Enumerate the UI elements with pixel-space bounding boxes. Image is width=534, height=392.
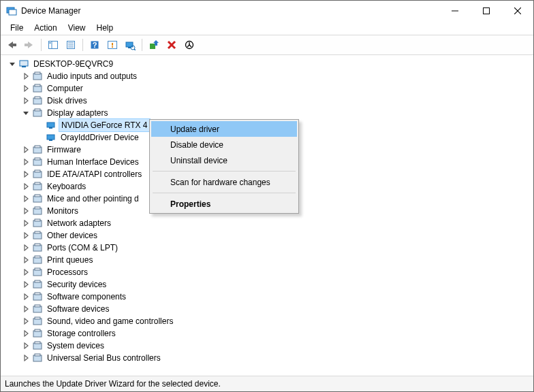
svg-rect-46 <box>35 158 40 160</box>
context-menu-item[interactable]: Update driver <box>151 121 297 137</box>
svg-rect-54 <box>35 207 40 209</box>
action-center-button[interactable] <box>104 37 121 53</box>
tree-item[interactable]: Disk drives <box>21 95 533 107</box>
menu-view[interactable]: View <box>63 22 91 34</box>
show-hide-tree-button[interactable] <box>45 37 61 53</box>
computer-icon <box>18 59 29 69</box>
update-driver-button[interactable] <box>146 37 162 53</box>
disable-button[interactable] <box>181 37 198 53</box>
expand-icon[interactable] <box>21 267 31 277</box>
menu-help[interactable]: Help <box>91 22 119 34</box>
expand-icon[interactable] <box>21 71 31 81</box>
expand-icon[interactable] <box>21 194 31 203</box>
tree-item[interactable]: Display adapters <box>21 107 533 119</box>
svg-rect-39 <box>47 122 54 127</box>
properties-button[interactable] <box>63 37 79 53</box>
expand-icon[interactable] <box>21 304 31 314</box>
expand-icon[interactable] <box>21 292 31 301</box>
expand-icon[interactable] <box>21 353 31 363</box>
expand-icon[interactable] <box>21 218 31 228</box>
back-button[interactable] <box>3 37 20 53</box>
expand-icon[interactable] <box>21 206 31 216</box>
expand-icon[interactable] <box>21 231 31 240</box>
menu-file[interactable]: File <box>5 22 29 34</box>
svg-rect-18 <box>112 43 113 46</box>
context-menu-item[interactable]: Disable device <box>151 137 297 152</box>
toolbar-sep <box>82 39 83 51</box>
category-icon <box>32 181 43 192</box>
category-icon <box>32 340 43 351</box>
minimize-button[interactable] <box>439 1 471 21</box>
tree-item[interactable]: System devices <box>21 340 533 352</box>
category-icon <box>32 279 43 290</box>
expand-icon[interactable] <box>21 243 31 252</box>
context-menu-item[interactable]: Uninstall device <box>151 152 297 168</box>
expand-icon[interactable] <box>21 182 31 191</box>
svg-rect-56 <box>35 219 40 221</box>
tree-item[interactable]: Audio inputs and outputs <box>21 70 533 82</box>
svg-rect-30 <box>22 66 26 67</box>
tree-root[interactable]: DESKTOP-9EQVRC9 <box>7 58 533 70</box>
svg-rect-76 <box>35 342 40 344</box>
forward-button[interactable] <box>21 37 37 53</box>
tree-item[interactable]: Sound, video and game controllers <box>21 315 533 327</box>
expand-icon[interactable] <box>21 169 31 179</box>
uninstall-button[interactable] <box>163 37 180 53</box>
category-icon <box>32 206 43 216</box>
maximize-button[interactable] <box>471 1 502 21</box>
svg-rect-41 <box>47 135 54 140</box>
expand-icon[interactable] <box>21 329 31 338</box>
category-icon <box>32 255 43 265</box>
tree-item[interactable]: Universal Serial Bus controllers <box>21 352 533 364</box>
svg-rect-24 <box>150 44 155 49</box>
window-controls <box>439 1 533 21</box>
expand-icon[interactable] <box>21 341 31 350</box>
tree-item[interactable]: Security devices <box>21 278 533 291</box>
svg-rect-40 <box>49 127 52 129</box>
tree-item[interactable]: Print queues <box>21 254 533 266</box>
tree-item[interactable]: Ports (COM & LPT) <box>21 242 533 254</box>
expand-icon[interactable] <box>21 255 31 265</box>
tree-item[interactable]: Computer <box>21 82 533 95</box>
tree-item[interactable]: Storage controllers <box>21 327 533 340</box>
scan-hardware-button[interactable] <box>122 37 138 53</box>
toolbar-sep <box>142 39 142 51</box>
expand-icon[interactable] <box>21 84 31 93</box>
tree-item[interactable]: Software devices <box>21 303 533 315</box>
category-icon <box>32 291 43 302</box>
svg-line-23 <box>134 49 136 50</box>
category-icon <box>32 230 43 241</box>
close-button[interactable] <box>502 1 533 21</box>
expand-icon[interactable] <box>21 316 31 326</box>
tree-item[interactable]: Software components <box>21 291 533 303</box>
svg-rect-32 <box>35 72 40 74</box>
svg-rect-36 <box>35 97 40 99</box>
svg-rect-66 <box>35 280 40 282</box>
category-icon <box>32 144 43 155</box>
collapse-icon[interactable] <box>21 108 31 118</box>
collapse-icon[interactable] <box>7 59 17 69</box>
context-menu-item[interactable]: Scan for hardware changes <box>151 174 297 190</box>
svg-rect-3 <box>484 8 490 14</box>
menu-action[interactable]: Action <box>29 22 62 34</box>
tree-item[interactable]: Network adapters <box>21 217 533 229</box>
device-icon <box>46 132 57 143</box>
expand-icon[interactable] <box>21 280 31 289</box>
tree-item[interactable]: Other devices <box>21 229 533 242</box>
tree-item[interactable]: Processors <box>21 266 533 278</box>
expand-icon[interactable] <box>21 96 31 105</box>
svg-rect-50 <box>35 182 40 184</box>
svg-rect-44 <box>35 146 40 148</box>
context-menu-separator <box>153 171 296 172</box>
toolbar: ? <box>1 35 533 55</box>
expand-icon[interactable] <box>21 157 31 167</box>
context-menu-item[interactable]: Properties <box>151 196 297 212</box>
svg-text:?: ? <box>93 41 97 49</box>
expand-icon[interactable] <box>21 145 31 154</box>
svg-rect-1 <box>9 10 16 15</box>
help-button[interactable]: ? <box>87 37 103 53</box>
category-icon <box>32 157 43 167</box>
svg-rect-34 <box>35 84 40 86</box>
svg-rect-68 <box>35 293 40 295</box>
svg-rect-72 <box>35 317 40 319</box>
